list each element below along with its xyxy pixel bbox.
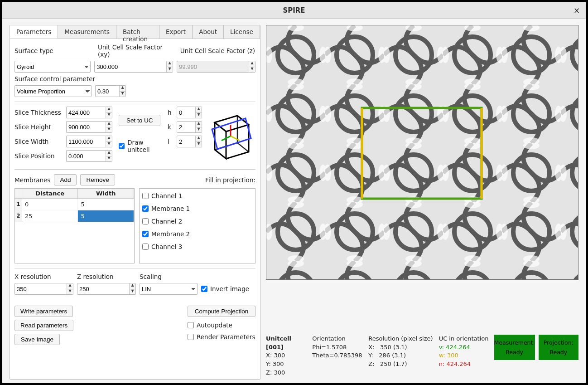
spin-down-icon[interactable]: ▼ xyxy=(166,67,173,73)
surface-type-select[interactable]: Gyroid xyxy=(14,61,91,73)
membrane-2-checkbox[interactable] xyxy=(142,231,149,237)
tab-license[interactable]: License xyxy=(224,25,260,39)
add-membrane-button[interactable]: Add xyxy=(54,174,77,185)
channel-1-checkbox[interactable] xyxy=(142,193,149,199)
uc-z-label: Unit Cell Scale Factor (z) xyxy=(180,47,255,54)
tab-measurements[interactable]: Measurements xyxy=(58,25,116,39)
measurement-status: Measurement: Ready xyxy=(494,335,535,360)
scaling-select[interactable]: LIN xyxy=(140,283,198,295)
tab-parameters[interactable]: Parameters xyxy=(10,25,58,39)
uc-xy-input[interactable] xyxy=(94,61,173,73)
k-label: k xyxy=(168,123,173,131)
table-row[interactable]: 2 25 5 xyxy=(15,210,134,222)
tab-export[interactable]: Export xyxy=(159,25,193,39)
orientation-title: Orientation xyxy=(312,335,365,343)
compute-projection-button[interactable]: Compute Projection xyxy=(188,306,255,317)
l-label: l xyxy=(168,138,173,145)
projection-status: Projection: Ready xyxy=(539,335,578,360)
draw-unitcell-checkbox[interactable] xyxy=(119,143,125,149)
window-title: SPIRE xyxy=(283,6,305,15)
app-window: SPIRE × Parameters Measurements Batch cr… xyxy=(2,2,586,383)
right-panel: Unitcell [001] X: 300 Y: 300 Z: 300 Orie… xyxy=(266,25,578,377)
save-image-button[interactable]: Save Image xyxy=(14,334,60,345)
spin-down-icon: ▼ xyxy=(249,67,255,73)
status-bar: Unitcell [001] X: 300 Y: 300 Z: 300 Orie… xyxy=(266,335,578,377)
left-panel: Parameters Measurements Batch creation E… xyxy=(10,25,260,380)
render-parameters-checkbox[interactable] xyxy=(188,334,194,340)
x-res-input[interactable] xyxy=(14,283,73,295)
surface-ctrl-label: Surface control parameter xyxy=(14,75,95,83)
fill-projection-label: Fill in projection: xyxy=(205,176,255,184)
slice-thickness-label: Slice Thickness xyxy=(14,109,63,116)
z-res-input[interactable] xyxy=(77,283,136,295)
titlebar: SPIRE × xyxy=(2,2,586,19)
parameters-panel: Surface type Unit Cell Scale Factor (xy)… xyxy=(10,39,260,352)
spin-down-icon[interactable]: ▼ xyxy=(119,92,125,97)
fill-projection-list: Channel 1 Membrane 1 Channel 2 Membrane … xyxy=(139,188,255,263)
uc-orientation-title: UC in orientation xyxy=(439,335,491,343)
h-label: h xyxy=(168,109,173,116)
x-res-label: X resolution xyxy=(14,273,73,280)
surface-type-label: Surface type xyxy=(14,47,94,54)
svg-line-2 xyxy=(231,136,240,141)
tab-batch-creation[interactable]: Batch creation xyxy=(116,25,159,39)
col-distance: Distance xyxy=(22,189,78,198)
spin-up-icon[interactable]: ▲ xyxy=(166,61,173,67)
channel-3-checkbox[interactable] xyxy=(142,244,149,250)
resolution-title: Resolution (pixel size) xyxy=(368,335,435,343)
unitcell-preview-icon xyxy=(206,107,255,165)
uc-z-input xyxy=(177,61,255,73)
scaling-label: Scaling xyxy=(140,273,198,280)
membranes-label: Membranes xyxy=(14,176,50,184)
channel-2-checkbox[interactable] xyxy=(142,218,149,224)
spin-up-icon[interactable]: ▲ xyxy=(119,86,125,92)
col-width: Width xyxy=(78,189,134,198)
close-icon[interactable]: × xyxy=(572,6,581,15)
tab-about[interactable]: About xyxy=(193,25,224,39)
membranes-table[interactable]: Distance Width 1 0 5 2 25 5 xyxy=(14,188,135,263)
surface-ctrl-select[interactable]: Volume Proportion xyxy=(14,85,92,97)
slice-position-label: Slice Position xyxy=(14,152,63,160)
tab-bar: Parameters Measurements Batch creation E… xyxy=(10,25,260,39)
invert-image-checkbox[interactable] xyxy=(201,286,207,292)
membrane-1-checkbox[interactable] xyxy=(142,205,149,212)
slice-width-label: Slice Width xyxy=(14,138,63,145)
write-parameters-button[interactable]: Write parameters xyxy=(14,306,73,317)
table-row[interactable]: 1 0 5 xyxy=(15,199,134,210)
z-res-label: Z resolution xyxy=(77,273,136,280)
slice-height-label: Slice Height xyxy=(14,123,63,131)
projection-preview xyxy=(266,25,578,280)
set-to-uc-button[interactable]: Set to UC xyxy=(119,115,160,126)
svg-rect-9 xyxy=(266,25,578,280)
spin-up-icon: ▲ xyxy=(249,61,255,67)
window-body: Parameters Measurements Batch creation E… xyxy=(2,19,586,383)
uc-xy-label: Unit Cell Scale Factor (xy) xyxy=(98,44,177,58)
draw-unitcell-label: Draw unitcell xyxy=(127,139,164,153)
remove-membrane-button[interactable]: Remove xyxy=(80,174,115,185)
read-parameters-button[interactable]: Read parameters xyxy=(14,320,73,331)
autoupdate-checkbox[interactable] xyxy=(188,322,194,328)
unitcell-title: Unitcell [001] xyxy=(266,335,308,352)
